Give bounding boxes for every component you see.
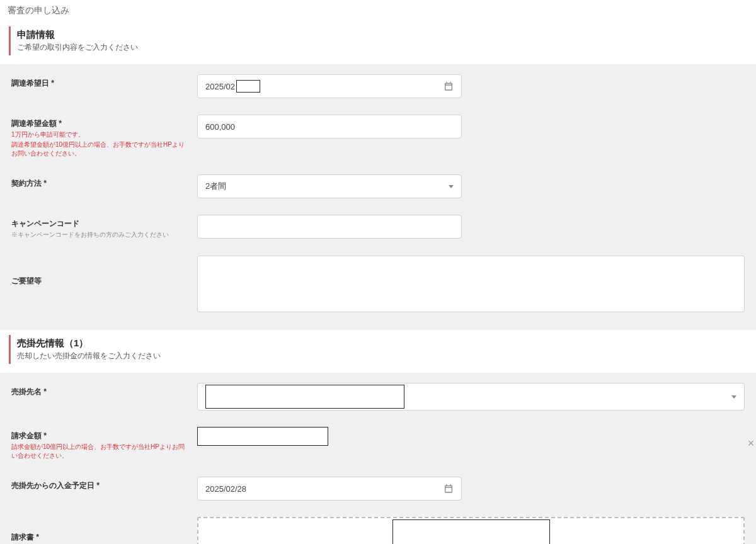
invoice-dropzone[interactable] bbox=[197, 517, 745, 544]
campaign-code-input[interactable] bbox=[197, 215, 462, 239]
section1-header: 申請情報 ご希望の取引内容をご入力ください bbox=[9, 26, 747, 55]
desired-amount-label-col: 調達希望金額 * 1万円から申請可能です。 調達希望金額が10億円以上の場合、お… bbox=[11, 115, 197, 158]
payment-date-value: 2025/02/28 bbox=[205, 484, 246, 494]
desired-date-label-col: 調達希望日 * bbox=[11, 74, 197, 89]
client-name-label: 売掛先名 * bbox=[11, 387, 190, 397]
requests-label: ご要望等 bbox=[11, 276, 190, 286]
billing-amount-label-col: 請求金額 * 請求金額が10億円以上の場合、お手数ですが当社HPよりお問い合わせ… bbox=[11, 427, 197, 460]
desired-amount-label: 調達希望金額 * bbox=[11, 118, 190, 129]
section2-header: 売掛先情報（1） 売却したい売掛金の情報をご入力ください bbox=[9, 335, 747, 364]
requests-label-col: ご要望等 bbox=[11, 256, 197, 286]
contract-method-value: 2者間 bbox=[205, 181, 226, 192]
section2-form: × 売掛先名 * 請求金額 * 請求金額が10億円以上の場合、お手数ですが当社H… bbox=[0, 373, 756, 544]
billing-amount-hint: 請求金額が10億円以上の場合、お手数ですが当社HPよりお問い合わせください。 bbox=[11, 443, 190, 460]
contract-method-label-col: 契約方法 * bbox=[11, 174, 197, 189]
campaign-code-label: キャンペーンコード bbox=[11, 218, 190, 229]
campaign-code-row: キャンペーンコード ※キャンペーンコードをお持ちの方のみご入力ください bbox=[11, 215, 745, 239]
calendar-icon bbox=[444, 81, 454, 91]
contract-method-row: 契約方法 * 2者間 bbox=[11, 174, 745, 198]
payment-date-input[interactable]: 2025/02/28 bbox=[197, 477, 462, 501]
contract-method-label: 契約方法 * bbox=[11, 178, 190, 189]
desired-amount-value: 600,000 bbox=[205, 122, 235, 132]
invoice-label: 請求書 * bbox=[11, 532, 190, 543]
desired-amount-hint1: 1万円から申請可能です。 bbox=[11, 130, 190, 139]
calendar-icon bbox=[444, 484, 454, 494]
payment-date-row: 売掛先からの入金予定日 * 2025/02/28 bbox=[11, 477, 745, 501]
billing-amount-row: 請求金額 * 請求金額が10億円以上の場合、お手数ですが当社HPよりお問い合わせ… bbox=[11, 427, 745, 460]
desired-amount-hint2: 調達希望金額が10億円以上の場合、お手数ですが当社HPよりお問い合わせください。 bbox=[11, 140, 190, 158]
campaign-code-label-col: キャンペーンコード ※キャンペーンコードをお持ちの方のみご入力ください bbox=[11, 215, 197, 239]
invoice-dropzone-inner[interactable] bbox=[392, 519, 550, 544]
invoice-row: 請求書 * 請求書、注文書、契約書など売掛金の内容が分かる書類をご提出ください bbox=[11, 517, 745, 544]
campaign-code-hint: ※キャンペーンコードをお持ちの方のみご入力ください bbox=[11, 230, 190, 239]
desired-amount-input[interactable]: 600,000 bbox=[197, 115, 462, 139]
desired-date-input[interactable]: 2025/02 bbox=[197, 74, 462, 98]
section1-subtitle: ご希望の取引内容をご入力ください bbox=[17, 42, 741, 53]
chevron-down-icon bbox=[449, 185, 454, 188]
payment-date-label-col: 売掛先からの入金予定日 * bbox=[11, 477, 197, 491]
page-title: 審査の申し込み bbox=[0, 0, 756, 21]
invoice-label-col: 請求書 * 請求書、注文書、契約書など売掛金の内容が分かる書類をご提出ください bbox=[11, 517, 197, 544]
section2-title: 売掛先情報（1） bbox=[17, 337, 741, 349]
billing-amount-label: 請求金額 * bbox=[11, 431, 190, 441]
billing-amount-input[interactable] bbox=[197, 427, 328, 446]
chevron-down-icon bbox=[731, 395, 736, 399]
client-name-label-col: 売掛先名 * bbox=[11, 383, 197, 397]
section1-form: 調達希望日 * 2025/02 調達希望金額 * 1万円から申請可能です。 調達… bbox=[0, 64, 756, 330]
client-name-inner-box[interactable] bbox=[205, 385, 404, 409]
desired-date-day-box[interactable] bbox=[236, 80, 260, 93]
requests-textarea[interactable] bbox=[197, 256, 745, 312]
section1-title: 申請情報 bbox=[17, 29, 741, 41]
section2-subtitle: 売却したい売掛金の情報をご入力ください bbox=[17, 351, 741, 361]
desired-date-value-prefix: 2025/02 bbox=[205, 82, 235, 91]
requests-row: ご要望等 bbox=[11, 256, 745, 312]
payment-date-label: 売掛先からの入金予定日 * bbox=[11, 480, 190, 491]
close-icon[interactable]: × bbox=[746, 438, 756, 448]
client-name-select[interactable] bbox=[197, 383, 745, 411]
client-name-row: 売掛先名 * bbox=[11, 383, 745, 411]
desired-amount-row: 調達希望金額 * 1万円から申請可能です。 調達希望金額が10億円以上の場合、お… bbox=[11, 115, 745, 158]
desired-date-label: 調達希望日 * bbox=[11, 78, 190, 89]
contract-method-select[interactable]: 2者間 bbox=[197, 174, 462, 198]
desired-date-row: 調達希望日 * 2025/02 bbox=[11, 74, 745, 98]
